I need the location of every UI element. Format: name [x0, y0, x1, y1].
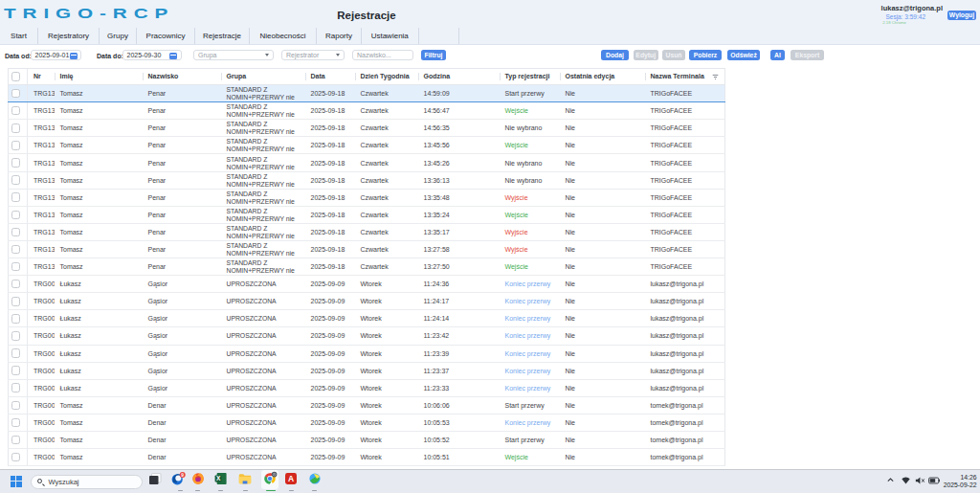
svg-text:A: A	[288, 474, 294, 483]
svg-text:X: X	[216, 475, 221, 482]
svg-text:9: 9	[181, 473, 184, 478]
